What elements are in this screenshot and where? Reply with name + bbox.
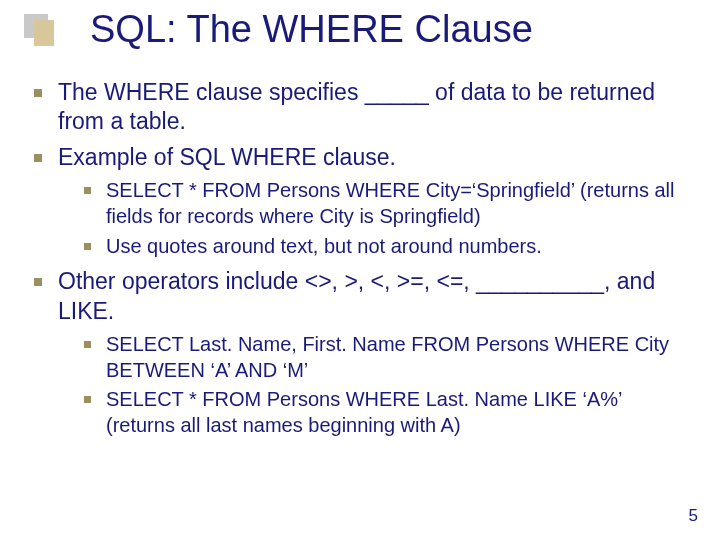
bullet-text: SELECT * FROM Persons WHERE City=‘Spring… — [106, 178, 694, 229]
bullet-icon — [34, 154, 42, 162]
bullet-level2: SELECT * FROM Persons WHERE Last. Name L… — [84, 387, 694, 438]
bullet-text: SELECT Last. Name, First. Name FROM Pers… — [106, 332, 694, 383]
square-icon — [34, 20, 54, 46]
bullet-level1: Other operators include <>, >, <, >=, <=… — [34, 267, 694, 326]
bullet-level2: SELECT Last. Name, First. Name FROM Pers… — [84, 332, 694, 383]
slide-title: SQL: The WHERE Clause — [90, 8, 533, 51]
bullet-icon — [84, 396, 91, 403]
corner-decoration — [24, 14, 54, 44]
bullet-level2: SELECT * FROM Persons WHERE City=‘Spring… — [84, 178, 694, 229]
bullet-icon — [34, 278, 42, 286]
slide-body: The WHERE clause specifies _____ of data… — [34, 78, 694, 446]
sub-bullets: SELECT * FROM Persons WHERE City=‘Spring… — [34, 178, 694, 259]
bullet-text: The WHERE clause specifies _____ of data… — [58, 78, 694, 137]
bullet-text: SELECT * FROM Persons WHERE Last. Name L… — [106, 387, 694, 438]
slide: SQL: The WHERE Clause The WHERE clause s… — [0, 0, 720, 540]
bullet-text: Example of SQL WHERE clause. — [58, 143, 694, 172]
bullet-text: Other operators include <>, >, <, >=, <=… — [58, 267, 694, 326]
sub-bullets: SELECT Last. Name, First. Name FROM Pers… — [34, 332, 694, 438]
page-number: 5 — [689, 506, 698, 526]
bullet-icon — [84, 341, 91, 348]
bullet-text: Use quotes around text, but not around n… — [106, 234, 694, 260]
bullet-level1: Example of SQL WHERE clause. — [34, 143, 694, 172]
bullet-level2: Use quotes around text, but not around n… — [84, 234, 694, 260]
bullet-icon — [84, 243, 91, 250]
bullet-level1: The WHERE clause specifies _____ of data… — [34, 78, 694, 137]
bullet-icon — [34, 89, 42, 97]
bullet-icon — [84, 187, 91, 194]
